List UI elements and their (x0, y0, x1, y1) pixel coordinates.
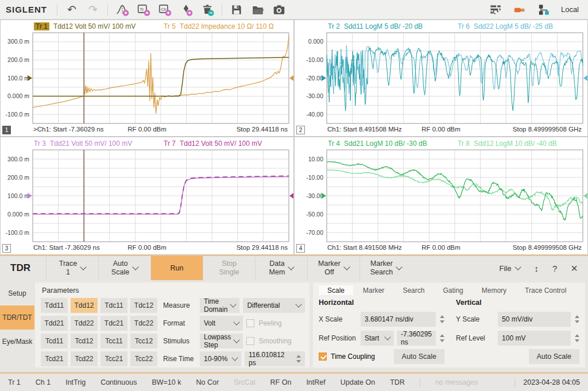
spinner-control[interactable] (575, 315, 579, 323)
tab-memory[interactable]: Memory (473, 285, 515, 295)
stimulus-dropdown[interactable]: Lowpass Step (200, 334, 243, 349)
time-coupling-checkbox[interactable]: Time Coupling (319, 353, 375, 361)
tab-marker[interactable]: Marker (354, 285, 393, 295)
screenshot-icon[interactable] (272, 3, 286, 17)
trace-entry: Tr 8Sdd12 LogM 10 dB/ -40 dB (458, 140, 587, 148)
param-button-tcc21[interactable]: Tcc21 (100, 351, 127, 366)
add-trace-icon[interactable]: Tr (137, 3, 150, 17)
yscale-field[interactable]: 50 mV/div (498, 312, 571, 327)
trace-tag-tr2[interactable]: Tr 2 (328, 22, 340, 30)
spinner-control[interactable] (575, 334, 579, 342)
trace-tag-tr1[interactable]: Tr 1 (34, 22, 49, 30)
tab-tdr-tdt[interactable]: TDR/TDT (0, 305, 34, 330)
status-update-on: Update On (341, 378, 375, 386)
add-channel-icon[interactable]: Ch (158, 3, 172, 17)
plot-canvas-4[interactable]: 10.00-10.00-30.00-50.00-70.00 (295, 149, 587, 243)
ref-level-arrow-left (322, 75, 326, 81)
open-folder-icon[interactable] (251, 3, 265, 17)
save-icon[interactable] (230, 3, 243, 17)
plot-canvas-1[interactable]: 300.0 m200.0 m100.0 m0.000 m-100.0 m (1, 32, 293, 125)
xscale-field[interactable]: 3.680147 ns/div (361, 312, 436, 327)
delete-icon[interactable] (200, 3, 214, 17)
refpos-value-field[interactable]: -7.360295 ns (397, 331, 436, 346)
param-button-tdc22[interactable]: Tdc22 (130, 316, 157, 331)
lan-network-icon[interactable] (537, 3, 551, 17)
refpos-mode-dropdown[interactable]: Start (361, 331, 394, 346)
param-button-tdc11[interactable]: Tdc11 (100, 298, 127, 313)
stop-single-button[interactable]: StopSingle (203, 256, 255, 280)
measure-dropdown[interactable]: Time Domain (200, 298, 239, 313)
chevron-down-icon (234, 319, 240, 325)
tab-scale[interactable]: Scale (319, 285, 353, 295)
help-icon[interactable]: ? (552, 264, 557, 273)
plot-canvas-3[interactable]: 300.0 m200.0 m100.0 m0.000 m-100.0 m (1, 149, 293, 243)
yscale-label: Y Scale (456, 315, 495, 323)
param-button-tcd22[interactable]: Tcd22 (71, 351, 98, 366)
sweep-start-label: Ch1: Start 8.491508 MHz (327, 244, 402, 251)
scale-group: ScaleMarkerSearchGatingMemoryTrace Contr… (313, 282, 585, 367)
spinner-control[interactable] (440, 315, 444, 323)
vertical-autoscale-button[interactable]: Auto Scale (529, 349, 579, 364)
data-mem-button[interactable]: DataMem (255, 256, 307, 280)
add-marker-icon[interactable] (179, 3, 193, 17)
channel-badge-3[interactable]: 3 (2, 244, 11, 253)
param-button-tcc11[interactable]: Tcc11 (100, 334, 127, 349)
tab-eye-mask[interactable]: Eye/Mask (0, 330, 34, 354)
channel-badge-1[interactable]: 1 (2, 126, 11, 134)
channel-badge-2[interactable]: 2 (296, 126, 305, 134)
param-button-tdc12[interactable]: Tdc12 (130, 298, 157, 313)
horizontal-autoscale-button[interactable]: Auto Scale (394, 349, 444, 364)
file-menu-button[interactable]: File (500, 264, 521, 273)
risetime-range-dropdown[interactable]: 10-90% (200, 351, 241, 366)
sweep-stop-label: Stop 29.44118 ns (237, 244, 288, 251)
sweep-plan-icon[interactable] (489, 3, 502, 17)
param-button-tdd22[interactable]: Tdd22 (71, 316, 98, 331)
param-button-tcc12[interactable]: Tcc12 (130, 334, 157, 349)
param-button-tdd21[interactable]: Tdd21 (41, 316, 68, 331)
measure-mode-dropdown[interactable]: Differential (243, 298, 305, 313)
smoothing-checkbox[interactable]: Smoothing (246, 337, 305, 345)
param-button-tdc21[interactable]: Tdc21 (100, 316, 127, 331)
trace-tag-tr8[interactable]: Tr 8 (458, 140, 470, 148)
tab-search[interactable]: Search (394, 285, 433, 295)
reflevel-field[interactable]: 100 mV (498, 331, 571, 346)
tab-gating[interactable]: Gating (434, 285, 471, 295)
param-button-tcd21[interactable]: Tcd21 (41, 351, 68, 366)
trace-tag-tr3[interactable]: Tr 3 (34, 140, 46, 148)
plot-canvas-2[interactable]: 0.000-10.00-20.00-30.00-40.00 (295, 32, 587, 125)
marker-search-button[interactable]: MarkerSearch (359, 256, 412, 280)
local-mode-label[interactable]: Local (561, 5, 579, 14)
run-button[interactable]: Run (150, 256, 203, 280)
risetime-value-field[interactable]: 116.010812 ps (245, 351, 305, 366)
spinner-control[interactable] (440, 334, 444, 342)
param-button-tcc22[interactable]: Tcc22 (130, 351, 157, 366)
tab-trace-control[interactable]: Trace Control (516, 285, 575, 295)
param-button-tcd12[interactable]: Tcd12 (71, 334, 98, 349)
undo-icon[interactable]: ↶ (65, 3, 79, 17)
trace-tag-tr5[interactable]: Tr 5 (164, 22, 176, 30)
collapse-expand-icon[interactable]: ↕ (534, 264, 539, 273)
trace-tag-tr6[interactable]: Tr 6 (458, 22, 470, 30)
add-measurement-icon[interactable] (115, 3, 129, 17)
chevron-down-icon (343, 264, 350, 270)
spinner-control[interactable] (296, 355, 301, 363)
auto-scale-button[interactable]: AutoScale (98, 256, 150, 280)
usb-device-icon[interactable] (513, 3, 527, 17)
marker-off-button[interactable]: MarkerOff (307, 256, 359, 280)
tab-setup[interactable]: Setup (0, 281, 34, 305)
trace-tag-tr7[interactable]: Tr 7 (164, 140, 176, 148)
trace-1-button[interactable]: Trace1 (46, 256, 98, 280)
y-axis-label: 100.0 m (7, 75, 29, 82)
peeling-checkbox[interactable]: Peeling (246, 319, 305, 327)
channel-badge-4[interactable]: 4 (296, 244, 305, 253)
param-button-tdd11[interactable]: Tdd11 (41, 298, 68, 313)
param-button-tcd11[interactable]: Tcd11 (41, 334, 68, 349)
trace-tag-tr4[interactable]: Tr 4 (328, 140, 340, 148)
param-button-tdd12[interactable]: Tdd12 (71, 298, 98, 313)
close-icon[interactable]: × (571, 262, 578, 274)
format-dropdown[interactable]: Volt (200, 316, 243, 331)
redo-icon[interactable]: ↷ (86, 3, 100, 17)
stimulus-label: Stimulus (163, 337, 196, 345)
toolbar: SIGLENT ↶ ↷ Tr Ch Local (0, 0, 588, 20)
plot-header: Tr 2Sdd11 LogM 5 dB/ -20 dBTr 6Sdd22 Log… (295, 20, 587, 32)
